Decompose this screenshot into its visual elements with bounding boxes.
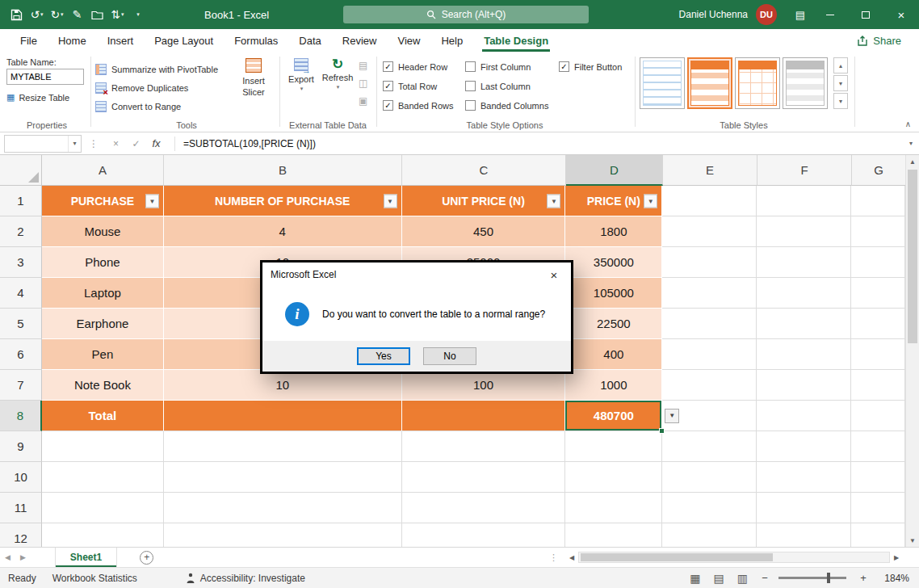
- row-header-6[interactable]: 6: [0, 339, 42, 370]
- row-header-5[interactable]: 5: [0, 309, 42, 339]
- cell-D6[interactable]: 400: [565, 339, 662, 370]
- option-header-row[interactable]: ✓Header Row: [383, 59, 454, 74]
- cell-G11[interactable]: [851, 493, 905, 523]
- cell-D9[interactable]: [565, 431, 662, 462]
- gallery-up-button[interactable]: ▴: [833, 57, 848, 74]
- cell-D12[interactable]: [565, 523, 662, 547]
- avatar[interactable]: DU: [756, 4, 777, 25]
- convert-to-range-button[interactable]: Convert to Range: [95, 97, 218, 116]
- row-header-1[interactable]: 1: [0, 186, 42, 216]
- cell-F12[interactable]: [757, 523, 851, 547]
- option-filter-button[interactable]: ✓Filter Button: [559, 59, 622, 74]
- cell-G7[interactable]: [851, 370, 905, 401]
- checkbox-filter-button[interactable]: ✓: [559, 61, 569, 72]
- checkbox-header-row[interactable]: ✓: [383, 61, 393, 72]
- cell-F7[interactable]: [757, 370, 851, 401]
- tab-page-layout[interactable]: Page Layout: [144, 29, 224, 52]
- cell-C11[interactable]: [402, 493, 566, 523]
- cell-A8[interactable]: Total: [42, 401, 164, 431]
- dialog-title-bar[interactable]: Microsoft Excel ×: [262, 262, 571, 287]
- cell-B9[interactable]: [164, 431, 402, 462]
- row-header-4[interactable]: 4: [0, 278, 42, 309]
- cell-G10[interactable]: [851, 462, 905, 493]
- expand-formula-bar-button[interactable]: ▾: [903, 140, 919, 147]
- cell-B8[interactable]: [164, 401, 402, 431]
- workbook-statistics-button[interactable]: Workbook Statistics: [44, 573, 145, 584]
- open-in-browser-button[interactable]: ◫: [359, 78, 367, 89]
- row-header-8[interactable]: 8: [0, 401, 42, 431]
- cell-F5[interactable]: [757, 309, 851, 339]
- cell-C9[interactable]: [402, 431, 566, 462]
- zoom-out-button[interactable]: −: [759, 572, 770, 584]
- cell-A6[interactable]: Pen: [42, 339, 164, 370]
- minimize-button[interactable]: [812, 0, 848, 29]
- insert-function-button[interactable]: fx: [146, 137, 166, 150]
- cell-A2[interactable]: Mouse: [42, 216, 164, 247]
- name-box-caret-icon[interactable]: ▾: [68, 136, 81, 152]
- cell-F3[interactable]: [757, 247, 851, 278]
- cell-A5[interactable]: Earphone: [42, 309, 164, 339]
- share-button[interactable]: Share: [857, 35, 909, 47]
- cell-C2[interactable]: 450: [402, 216, 566, 247]
- cell-G4[interactable]: [851, 278, 905, 309]
- cell-C1[interactable]: UNIT PRICE (N)▼: [402, 186, 566, 216]
- summarize-with-pivottable-button[interactable]: Summarize with PivotTable: [95, 60, 218, 78]
- resize-table-button[interactable]: ▦ Resize Table: [6, 92, 87, 103]
- table-style-medium-orange-grid[interactable]: [735, 57, 780, 109]
- undo-button[interactable]: ↺▾: [27, 2, 47, 27]
- cell-B1[interactable]: NUMBER OF PURCHASE▼: [164, 186, 402, 216]
- column-header-D[interactable]: D: [566, 155, 663, 186]
- scroll-up-button[interactable]: ▲: [906, 155, 919, 168]
- cancel-entry-button[interactable]: ×: [106, 138, 126, 149]
- maximize-button[interactable]: [848, 0, 883, 29]
- cell-E5[interactable]: [662, 309, 757, 339]
- zoom-slider[interactable]: [778, 577, 846, 579]
- total-row-dropdown-button[interactable]: ▼: [665, 409, 679, 423]
- cell-E9[interactable]: [662, 431, 757, 462]
- filter-button-purchase[interactable]: ▼: [145, 194, 159, 208]
- cell-F10[interactable]: [757, 462, 851, 493]
- option-banded-rows[interactable]: ✓Banded Rows: [383, 98, 454, 113]
- accessibility-button[interactable]: Accessibility: Investigate: [178, 573, 313, 584]
- cell-G1[interactable]: [851, 186, 905, 216]
- draw-mode-button[interactable]: ✎: [67, 2, 87, 27]
- scroll-right-button[interactable]: ▶: [890, 554, 903, 561]
- table-style-light-gray[interactable]: [783, 57, 828, 109]
- dialog-close-button[interactable]: ×: [537, 262, 571, 287]
- cell-D10[interactable]: [565, 462, 662, 493]
- cell-A9[interactable]: [42, 431, 164, 462]
- cell-E2[interactable]: [662, 216, 757, 247]
- cell-D3[interactable]: 350000: [565, 247, 662, 278]
- checkbox-banded-rows[interactable]: ✓: [383, 100, 393, 111]
- cell-A1[interactable]: PURCHASE▼: [42, 186, 164, 216]
- horizontal-scrollbar-thumb[interactable]: [581, 553, 773, 561]
- horizontal-scrollbar-track[interactable]: [578, 552, 890, 563]
- remove-duplicates-button[interactable]: Remove Duplicates: [95, 78, 218, 97]
- cell-B11[interactable]: [164, 493, 402, 523]
- refresh-button[interactable]: ↻ Refresh ▾: [320, 58, 355, 90]
- cell-C12[interactable]: [402, 523, 566, 547]
- cell-D4[interactable]: 105000: [565, 278, 662, 309]
- confirm-entry-button[interactable]: ✓: [126, 138, 146, 149]
- tab-data[interactable]: Data: [288, 29, 331, 52]
- row-header-11[interactable]: 11: [0, 493, 42, 523]
- search-input[interactable]: Search (Alt+Q): [343, 6, 589, 23]
- table-properties-button[interactable]: ▤: [359, 60, 367, 71]
- cell-F2[interactable]: [757, 216, 851, 247]
- close-button[interactable]: ×: [883, 0, 919, 29]
- tab-file[interactable]: File: [10, 29, 48, 52]
- tab-formulas[interactable]: Formulas: [224, 29, 288, 52]
- fill-handle[interactable]: [659, 428, 665, 434]
- cell-B2[interactable]: 4: [164, 216, 402, 247]
- page-layout-view-button[interactable]: ▤: [714, 572, 724, 585]
- row-header-2[interactable]: 2: [0, 216, 42, 247]
- gallery-more-button[interactable]: ▾: [833, 93, 848, 109]
- cell-A12[interactable]: [42, 523, 164, 547]
- horizontal-scrollbar[interactable]: ◀ ▶: [565, 550, 903, 565]
- redo-button[interactable]: ↻▾: [47, 2, 67, 27]
- filter-button-unit-price-n[interactable]: ▼: [547, 194, 560, 208]
- cell-G8[interactable]: [851, 401, 905, 431]
- column-header-C[interactable]: C: [402, 155, 566, 186]
- cell-G5[interactable]: [851, 309, 905, 339]
- cell-A11[interactable]: [42, 493, 164, 523]
